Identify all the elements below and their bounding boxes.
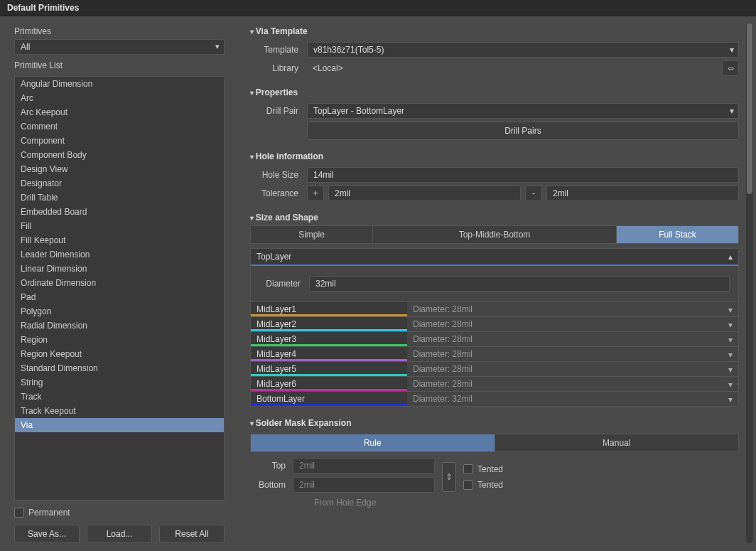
list-item[interactable]: Fill [15, 219, 224, 233]
layer-row[interactable]: MidLayer1Diameter: 28mil [251, 301, 738, 316]
layer-diameter[interactable]: Diameter: 28mil [407, 347, 738, 361]
list-item[interactable]: Pad [15, 290, 224, 304]
layer-name[interactable]: MidLayer6 [251, 377, 407, 391]
list-item[interactable]: Track Keepout [15, 404, 224, 418]
layer-diameter[interactable]: Diameter: 28mil [407, 317, 738, 331]
layer-name[interactable]: MidLayer3 [251, 332, 407, 346]
tolerance-plus-input[interactable]: 2mil [328, 186, 521, 201]
layer-color-stripe [251, 374, 407, 376]
list-item[interactable]: Ordinate Dimension [15, 276, 224, 290]
template-dropdown[interactable]: v81h36z71(Tol5-5) [307, 42, 739, 58]
layer-name[interactable]: MidLayer5 [251, 362, 407, 376]
solder-mask-header[interactable]: Solder Mask Expansion [250, 415, 739, 431]
list-item[interactable]: Region Keepout [15, 347, 224, 361]
layer-diameter[interactable]: Diameter: 28mil [407, 377, 738, 391]
library-value: <Local> [307, 61, 718, 75]
primitives-dropdown[interactable]: All [14, 39, 225, 55]
size-shape-header[interactable]: Size and Shape [250, 210, 739, 225]
layer-name[interactable]: MidLayer2 [251, 317, 407, 331]
template-label: Template [250, 45, 307, 55]
layer-color-stripe [251, 329, 407, 331]
list-item[interactable]: Designator [15, 176, 224, 191]
right-panel: Via Template Template v81h36z71(Tol5-5) … [234, 16, 756, 550]
list-item[interactable]: Drill Table [15, 191, 224, 205]
layer-row[interactable]: MidLayer3Diameter: 28mil [251, 331, 738, 346]
list-item[interactable]: Standard Dimension [15, 361, 224, 375]
drill-pairs-button[interactable]: Drill Pairs [307, 122, 739, 140]
tented-bottom-checkbox[interactable] [463, 480, 473, 490]
layer-row[interactable]: MidLayer6Diameter: 28mil [251, 376, 738, 391]
primitives-label: Primitives [14, 26, 225, 36]
list-item[interactable]: Polygon [15, 304, 224, 319]
list-item[interactable]: Design View [15, 162, 224, 176]
list-item[interactable]: String [15, 375, 224, 390]
tolerance-plus-sign: + [307, 186, 324, 201]
list-item[interactable]: Component Body [15, 148, 224, 162]
layer-diameter[interactable]: Diameter: 28mil [407, 332, 738, 346]
primitive-list[interactable]: Angular DimensionArcArc KeepoutCommentCo… [14, 76, 225, 501]
list-item[interactable]: Fill Keepout [15, 233, 224, 247]
tolerance-minus-sign: - [525, 186, 542, 201]
layer-color-stripe [251, 404, 407, 406]
list-item[interactable]: Embedded Board [15, 205, 224, 219]
layer-row[interactable]: MidLayer5Diameter: 28mil [251, 361, 738, 376]
sm-top-input[interactable]: 2mil [293, 458, 435, 474]
sm-tab-manual[interactable]: Manual [495, 434, 739, 451]
layer-color-stripe [251, 344, 407, 346]
tab-simple[interactable]: Simple [251, 226, 373, 243]
load-button[interactable]: Load... [87, 525, 152, 543]
layer-stack: TopLayer Diameter 32mil MidLayer1Diamete… [250, 248, 739, 407]
scrollbar[interactable] [746, 23, 753, 543]
layer-row[interactable]: BottomLayerDiameter: 32mil [251, 391, 738, 406]
permanent-label: Permanent [28, 508, 70, 518]
reset-all-button[interactable]: Reset All [159, 525, 225, 543]
list-item[interactable]: Linear Dimension [15, 262, 224, 276]
drill-pair-dropdown[interactable]: TopLayer - BottomLayer [307, 103, 739, 119]
sm-link-icon[interactable]: ⇕ [442, 462, 456, 492]
tab-top-middle-bottom[interactable]: Top-Middle-Bottom [373, 226, 617, 243]
layer-top-header[interactable]: TopLayer [251, 249, 738, 266]
tolerance-minus-input[interactable]: 2mil [546, 186, 739, 201]
list-item[interactable]: Component [15, 134, 224, 148]
save-as-button[interactable]: Save As... [14, 525, 80, 543]
sm-bottom-input[interactable]: 2mil [293, 477, 435, 493]
permanent-checkbox[interactable] [14, 508, 24, 518]
layer-color-stripe [251, 389, 407, 391]
list-item[interactable]: Arc [15, 91, 224, 105]
diameter-label: Diameter [259, 279, 309, 289]
sm-bottom-label: Bottom [250, 480, 293, 490]
hole-size-label: Hole Size [250, 170, 307, 180]
list-item[interactable]: Comment [15, 119, 224, 134]
sm-tab-rule[interactable]: Rule [251, 434, 495, 451]
layer-name[interactable]: BottomLayer [251, 392, 407, 406]
tolerance-label: Tolerance [250, 188, 307, 198]
left-panel: Primitives All Primitive List Angular Di… [0, 16, 234, 550]
sm-top-label: Top [250, 461, 293, 471]
list-item[interactable]: Track [15, 390, 224, 404]
layer-diameter[interactable]: Diameter: 28mil [407, 362, 738, 376]
list-item[interactable]: Region [15, 333, 224, 347]
list-item[interactable]: Via [15, 418, 224, 432]
tented-top-checkbox[interactable] [463, 464, 473, 474]
layer-diameter[interactable]: Diameter: 28mil [407, 302, 738, 316]
layer-name[interactable]: MidLayer4 [251, 347, 407, 361]
hole-info-header[interactable]: Hole information [250, 149, 739, 164]
library-link-icon[interactable]: ⇔ [722, 60, 739, 76]
list-item[interactable]: Leader Dimension [15, 247, 224, 262]
primitive-list-label: Primitive List [14, 60, 225, 70]
scrollbar-thumb[interactable] [747, 23, 752, 194]
layer-diameter[interactable]: Diameter: 32mil [407, 392, 738, 406]
list-item[interactable]: Arc Keepout [15, 105, 224, 119]
diameter-input[interactable]: 32mil [309, 276, 730, 291]
layer-name[interactable]: MidLayer1 [251, 302, 407, 316]
library-label: Library [250, 63, 307, 73]
via-template-header[interactable]: Via Template [250, 23, 739, 39]
hole-size-input[interactable]: 14mil [307, 167, 739, 183]
layer-row[interactable]: MidLayer4Diameter: 28mil [251, 346, 738, 361]
properties-header[interactable]: Properties [250, 85, 739, 100]
list-item[interactable]: Radial Dimension [15, 319, 224, 333]
tab-full-stack[interactable]: Full Stack [617, 226, 738, 243]
drill-pair-label: Drill Pair [250, 106, 307, 116]
layer-row[interactable]: MidLayer2Diameter: 28mil [251, 316, 738, 331]
list-item[interactable]: Angular Dimension [15, 77, 224, 91]
